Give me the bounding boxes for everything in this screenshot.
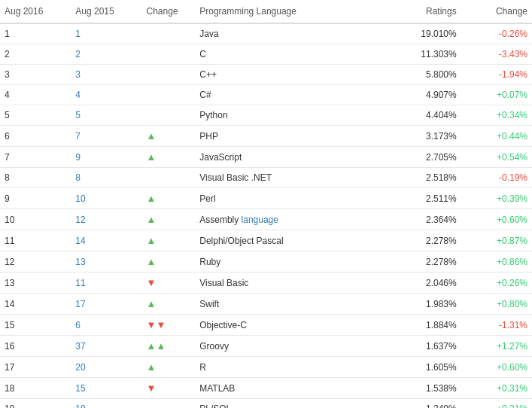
- ratings-value: 2.364%: [372, 209, 461, 230]
- lang-cell: Objective-C: [195, 315, 372, 336]
- table-row: 11 14 ▲ Delphi/Object Pascal 2.278% +0.8…: [0, 230, 532, 251]
- arrow-up-icon: ▲: [147, 214, 157, 225]
- ratings-value: 1.349%: [372, 399, 461, 409]
- change-value: +0.87%: [461, 230, 532, 251]
- lang-cell: Python: [195, 105, 372, 126]
- table-row: 6 7 ▲ PHP 3.173% +0.44%: [0, 126, 532, 147]
- ratings-value: 2.518%: [372, 168, 461, 188]
- rank-current: 12: [0, 251, 71, 273]
- change-arrow-cell: ▼: [142, 378, 196, 399]
- lang-cell: Delphi/Object Pascal: [195, 230, 372, 251]
- rank-current: 3: [0, 65, 71, 85]
- arrow-up-icon: ▲: [147, 256, 157, 267]
- rank-current: 17: [0, 357, 71, 378]
- lang-name: Python: [199, 110, 227, 120]
- change-arrow-cell: ▲: [142, 147, 196, 168]
- lang-name: Perl: [199, 193, 215, 204]
- change-arrow-cell: [142, 168, 196, 188]
- table-row: 7 9 ▲ JavaScript 2.705% +0.54%: [0, 147, 532, 168]
- arrow-up-icon: ▲: [147, 361, 157, 373]
- change-arrow-cell: ▼▼: [142, 315, 196, 336]
- change-value: +0.44%: [461, 126, 532, 147]
- ratings-value: 1.884%: [372, 315, 461, 336]
- change-value: +0.54%: [461, 147, 532, 168]
- change-value: +0.60%: [461, 209, 532, 230]
- lang-cell: C#: [195, 85, 372, 105]
- table-row: 13 11 ▼ Visual Basic 2.046% +0.26%: [0, 273, 532, 294]
- lang-cell: Visual Basic .NET: [195, 168, 372, 188]
- ratings-value: 2.046%: [372, 273, 461, 294]
- ratings-value: 2.278%: [372, 251, 461, 273]
- arrow-bigup-icon: ▲▲: [147, 340, 166, 352]
- change-value: +0.26%: [461, 273, 532, 294]
- table-row: 4 4 C# 4.907% +0.07%: [0, 85, 532, 105]
- change-value: +0.21%: [461, 399, 532, 409]
- lang-link[interactable]: language: [242, 215, 278, 225]
- header-aug2016: Aug 2016: [0, 0, 71, 23]
- lang-cell: MATLAB: [195, 378, 372, 399]
- rank-current: 13: [0, 273, 71, 294]
- change-value: +0.07%: [461, 85, 532, 105]
- ratings-value: 2.278%: [372, 230, 461, 251]
- change-value: -1.94%: [461, 65, 532, 85]
- arrow-up-icon: ▲: [147, 193, 157, 204]
- lang-name: R: [199, 362, 206, 373]
- lang-cell: C: [195, 44, 372, 65]
- rank-prev: 17: [71, 294, 141, 315]
- change-arrow-cell: [142, 65, 196, 85]
- rank-prev: 7: [71, 126, 141, 147]
- change-arrow-cell: ▲: [142, 251, 196, 273]
- lang-cell: Visual Basic: [195, 273, 372, 294]
- rank-prev: 8: [71, 168, 141, 188]
- rank-prev: 4: [71, 85, 141, 105]
- change-value: +0.60%: [461, 357, 532, 378]
- rank-prev: 15: [71, 378, 141, 399]
- lang-name: MATLAB: [199, 383, 235, 394]
- rank-prev: 9: [71, 147, 141, 168]
- rank-current: 19: [0, 399, 71, 409]
- ratings-value: 2.511%: [372, 188, 461, 209]
- lang-cell: Assembly language: [195, 209, 372, 230]
- ratings-value: 2.705%: [372, 147, 461, 168]
- table-row: 5 5 Python 4.404% +0.34%: [0, 105, 532, 126]
- lang-cell: Ruby: [195, 251, 372, 273]
- rank-current: 4: [0, 85, 71, 105]
- table-row: 19 19 PL/SQL 1.349% +0.21%: [0, 399, 532, 409]
- arrow-up-icon: ▲: [147, 235, 157, 246]
- header-ratings: Ratings: [372, 0, 461, 23]
- ratings-value: 4.404%: [372, 105, 461, 126]
- ratings-value: 4.907%: [372, 85, 461, 105]
- arrow-up-icon: ▲: [147, 130, 157, 142]
- change-arrow-cell: [142, 105, 196, 126]
- change-value: -0.26%: [461, 23, 532, 44]
- rank-prev: 1: [71, 23, 141, 44]
- arrow-down-icon: ▼: [147, 277, 157, 288]
- change-value: +0.34%: [461, 105, 532, 126]
- change-arrow-cell: [142, 23, 196, 44]
- header-aug2015: Aug 2015: [71, 0, 141, 23]
- rank-current: 5: [0, 105, 71, 126]
- arrow-bigdown-icon: ▼▼: [147, 319, 166, 330]
- change-value: +0.39%: [461, 188, 532, 209]
- header-change-arrow: Change: [142, 0, 196, 23]
- arrow-up-icon: ▲: [147, 298, 157, 309]
- rank-current: 7: [0, 147, 71, 168]
- lang-name: Groovy: [199, 341, 229, 352]
- rank-current: 1: [0, 23, 71, 44]
- rank-current: 6: [0, 126, 71, 147]
- change-value: -1.31%: [461, 315, 532, 336]
- rank-prev: 5: [71, 105, 141, 126]
- table-row: 14 17 ▲ Swift 1.983% +0.80%: [0, 294, 532, 315]
- change-arrow-cell: ▲: [142, 294, 196, 315]
- lang-cell: Groovy: [195, 336, 372, 357]
- change-arrow-cell: [142, 85, 196, 105]
- change-arrow-cell: [142, 44, 196, 65]
- table-row: 9 10 ▲ Perl 2.511% +0.39%: [0, 188, 532, 209]
- lang-name: Visual Basic: [199, 278, 248, 288]
- rank-current: 10: [0, 209, 71, 230]
- table-row: 17 20 ▲ R 1.605% +0.60%: [0, 357, 532, 378]
- lang-cell: Perl: [195, 188, 372, 209]
- change-value: +1.27%: [461, 336, 532, 357]
- rank-current: 8: [0, 168, 71, 188]
- arrow-up-icon: ▲: [147, 151, 157, 163]
